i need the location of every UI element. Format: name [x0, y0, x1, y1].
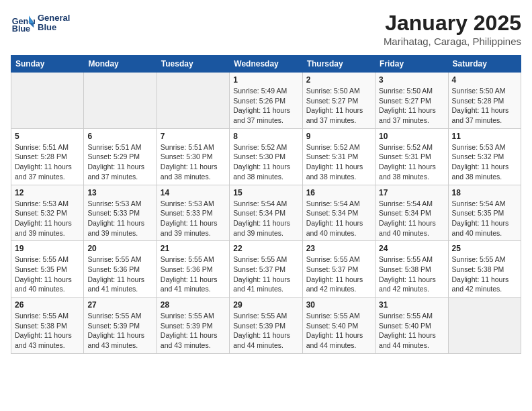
day-number: 28 — [161, 300, 226, 310]
logo: General Blue General Blue — [11, 11, 70, 35]
calendar-cell: 15Sunrise: 5:54 AM Sunset: 5:34 PM Dayli… — [230, 185, 302, 241]
weekday-header-monday: Monday — [84, 56, 157, 73]
calendar-cell: 16Sunrise: 5:54 AM Sunset: 5:34 PM Dayli… — [302, 185, 375, 241]
day-number: 11 — [452, 132, 517, 141]
calendar-cell: 27Sunrise: 5:55 AM Sunset: 5:39 PM Dayli… — [84, 298, 157, 354]
logo-text: General Blue — [38, 13, 70, 33]
day-number: 25 — [452, 244, 517, 253]
day-info: Sunrise: 5:54 AM Sunset: 5:34 PM Dayligh… — [233, 199, 298, 238]
calendar-body: 1Sunrise: 5:49 AM Sunset: 5:26 PM Daylig… — [11, 73, 521, 354]
day-number: 17 — [379, 188, 444, 197]
day-info: Sunrise: 5:52 AM Sunset: 5:31 PM Dayligh… — [306, 142, 371, 182]
calendar-week-1: 1Sunrise: 5:49 AM Sunset: 5:26 PM Daylig… — [11, 73, 521, 129]
day-number: 29 — [233, 300, 298, 310]
day-info: Sunrise: 5:55 AM Sunset: 5:36 PM Dayligh… — [161, 255, 226, 294]
day-number: 19 — [15, 244, 80, 253]
calendar-cell: 14Sunrise: 5:53 AM Sunset: 5:33 PM Dayli… — [157, 185, 229, 241]
day-info: Sunrise: 5:55 AM Sunset: 5:37 PM Dayligh… — [306, 255, 371, 294]
day-info: Sunrise: 5:53 AM Sunset: 5:32 PM Dayligh… — [452, 142, 517, 182]
calendar: SundayMondayTuesdayWednesdayThursdayFrid… — [11, 55, 521, 354]
day-number: 22 — [233, 244, 298, 253]
day-number: 5 — [15, 132, 80, 141]
day-number: 27 — [87, 300, 152, 310]
day-info: Sunrise: 5:55 AM Sunset: 5:40 PM Dayligh… — [306, 311, 371, 351]
calendar-cell: 25Sunrise: 5:55 AM Sunset: 5:38 PM Dayli… — [448, 241, 521, 298]
day-info: Sunrise: 5:51 AM Sunset: 5:28 PM Dayligh… — [15, 142, 80, 182]
day-info: Sunrise: 5:55 AM Sunset: 5:40 PM Dayligh… — [379, 311, 444, 351]
calendar-cell: 4Sunrise: 5:50 AM Sunset: 5:28 PM Daylig… — [448, 73, 521, 129]
calendar-cell: 12Sunrise: 5:53 AM Sunset: 5:32 PM Dayli… — [11, 185, 84, 241]
month-title: January 2025 — [384, 11, 521, 36]
day-info: Sunrise: 5:55 AM Sunset: 5:39 PM Dayligh… — [161, 311, 226, 351]
day-info: Sunrise: 5:50 AM Sunset: 5:27 PM Dayligh… — [379, 86, 444, 126]
title-area: January 2025 Marihatag, Caraga, Philippi… — [384, 11, 521, 47]
day-number: 24 — [379, 244, 444, 253]
day-number: 4 — [452, 75, 517, 85]
day-info: Sunrise: 5:54 AM Sunset: 5:34 PM Dayligh… — [379, 199, 444, 238]
svg-text:Blue: Blue — [12, 24, 30, 34]
logo-blue: Blue — [38, 23, 70, 32]
day-info: Sunrise: 5:51 AM Sunset: 5:29 PM Dayligh… — [87, 142, 152, 182]
weekday-header-saturday: Saturday — [448, 56, 521, 73]
calendar-cell: 20Sunrise: 5:55 AM Sunset: 5:36 PM Dayli… — [84, 241, 157, 298]
calendar-cell — [11, 73, 84, 129]
day-info: Sunrise: 5:55 AM Sunset: 5:39 PM Dayligh… — [233, 311, 298, 351]
calendar-cell — [84, 73, 157, 129]
day-info: Sunrise: 5:55 AM Sunset: 5:39 PM Dayligh… — [87, 311, 152, 351]
day-number: 7 — [161, 132, 226, 141]
calendar-cell: 17Sunrise: 5:54 AM Sunset: 5:34 PM Dayli… — [375, 185, 448, 241]
weekday-header-wednesday: Wednesday — [230, 56, 302, 73]
calendar-cell: 7Sunrise: 5:51 AM Sunset: 5:30 PM Daylig… — [157, 128, 229, 185]
calendar-cell: 13Sunrise: 5:53 AM Sunset: 5:33 PM Dayli… — [84, 185, 157, 241]
day-number: 13 — [87, 188, 152, 197]
weekday-header-thursday: Thursday — [302, 56, 375, 73]
day-info: Sunrise: 5:55 AM Sunset: 5:36 PM Dayligh… — [87, 255, 152, 294]
calendar-cell: 23Sunrise: 5:55 AM Sunset: 5:37 PM Dayli… — [302, 241, 375, 298]
day-info: Sunrise: 5:50 AM Sunset: 5:27 PM Dayligh… — [306, 86, 371, 126]
day-number: 16 — [306, 188, 371, 197]
day-info: Sunrise: 5:52 AM Sunset: 5:30 PM Dayligh… — [233, 142, 298, 182]
calendar-cell: 10Sunrise: 5:52 AM Sunset: 5:31 PM Dayli… — [375, 128, 448, 185]
day-number: 2 — [306, 75, 371, 85]
calendar-cell: 26Sunrise: 5:55 AM Sunset: 5:38 PM Dayli… — [11, 298, 84, 354]
calendar-cell: 28Sunrise: 5:55 AM Sunset: 5:39 PM Dayli… — [157, 298, 229, 354]
day-info: Sunrise: 5:55 AM Sunset: 5:38 PM Dayligh… — [15, 311, 80, 351]
day-number: 6 — [87, 132, 152, 141]
calendar-cell: 24Sunrise: 5:55 AM Sunset: 5:38 PM Dayli… — [375, 241, 448, 298]
location-title: Marihatag, Caraga, Philippines — [384, 36, 521, 47]
day-info: Sunrise: 5:53 AM Sunset: 5:33 PM Dayligh… — [87, 199, 152, 238]
calendar-cell — [157, 73, 229, 129]
calendar-cell: 3Sunrise: 5:50 AM Sunset: 5:27 PM Daylig… — [375, 73, 448, 129]
day-info: Sunrise: 5:52 AM Sunset: 5:31 PM Dayligh… — [379, 142, 444, 182]
day-info: Sunrise: 5:55 AM Sunset: 5:37 PM Dayligh… — [233, 255, 298, 294]
day-number: 10 — [379, 132, 444, 141]
calendar-cell: 22Sunrise: 5:55 AM Sunset: 5:37 PM Dayli… — [230, 241, 302, 298]
weekday-header-tuesday: Tuesday — [157, 56, 229, 73]
day-number: 20 — [87, 244, 152, 253]
day-number: 12 — [15, 188, 80, 197]
calendar-week-5: 26Sunrise: 5:55 AM Sunset: 5:38 PM Dayli… — [11, 298, 521, 354]
calendar-cell: 9Sunrise: 5:52 AM Sunset: 5:31 PM Daylig… — [302, 128, 375, 185]
calendar-week-3: 12Sunrise: 5:53 AM Sunset: 5:32 PM Dayli… — [11, 185, 521, 241]
day-info: Sunrise: 5:54 AM Sunset: 5:35 PM Dayligh… — [452, 199, 517, 238]
day-number: 1 — [233, 75, 298, 85]
weekday-header-friday: Friday — [375, 56, 448, 73]
logo-icon: General Blue — [11, 11, 35, 35]
day-number: 15 — [233, 188, 298, 197]
calendar-week-4: 19Sunrise: 5:55 AM Sunset: 5:35 PM Dayli… — [11, 241, 521, 298]
calendar-cell: 19Sunrise: 5:55 AM Sunset: 5:35 PM Dayli… — [11, 241, 84, 298]
day-info: Sunrise: 5:55 AM Sunset: 5:38 PM Dayligh… — [379, 255, 444, 294]
day-number: 3 — [379, 75, 444, 85]
day-number: 23 — [306, 244, 371, 253]
day-info: Sunrise: 5:55 AM Sunset: 5:38 PM Dayligh… — [452, 255, 517, 294]
calendar-cell: 31Sunrise: 5:55 AM Sunset: 5:40 PM Dayli… — [375, 298, 448, 354]
header: General Blue General Blue January 2025 M… — [11, 11, 521, 47]
calendar-week-2: 5Sunrise: 5:51 AM Sunset: 5:28 PM Daylig… — [11, 128, 521, 185]
day-info: Sunrise: 5:54 AM Sunset: 5:34 PM Dayligh… — [306, 199, 371, 238]
calendar-cell — [448, 298, 521, 354]
day-number: 14 — [161, 188, 226, 197]
day-info: Sunrise: 5:50 AM Sunset: 5:28 PM Dayligh… — [452, 86, 517, 126]
day-number: 26 — [15, 300, 80, 310]
calendar-cell: 1Sunrise: 5:49 AM Sunset: 5:26 PM Daylig… — [230, 73, 302, 129]
calendar-cell: 11Sunrise: 5:53 AM Sunset: 5:32 PM Dayli… — [448, 128, 521, 185]
